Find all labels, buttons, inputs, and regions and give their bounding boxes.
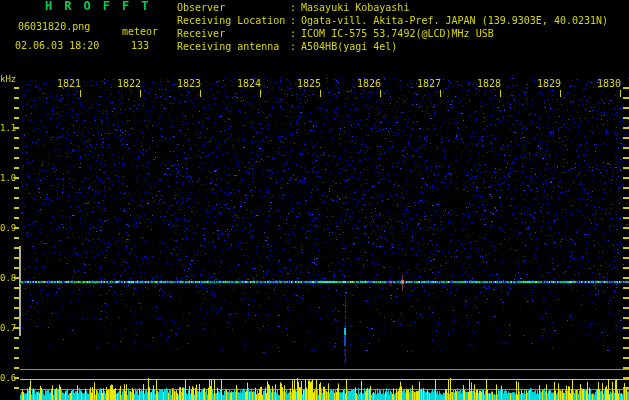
info-label: Receiving antenna — [177, 41, 290, 52]
info-value: Masayuki Kobayashi — [301, 2, 409, 13]
y-tick-label: 1.0 — [0, 173, 16, 183]
x-tick-label: 1824 — [221, 79, 261, 89]
echo-count: 133 — [131, 40, 149, 51]
info-row-location: Receiving Location:Ogata-vill. Akita-Pre… — [177, 15, 608, 26]
x-tick-label: 1826 — [341, 79, 381, 89]
y-axis-unit-label: kHz — [0, 74, 16, 84]
capture-filename: 06031820.png — [18, 21, 90, 32]
y-tick-label: 0.7 — [0, 323, 16, 333]
x-tick-label: 1828 — [461, 79, 501, 89]
y-tick-label: 0.8 — [0, 273, 16, 283]
info-row-receiver: Receiver:ICOM IC-575 53.7492(@LCD)MHz US… — [177, 28, 494, 39]
x-tick-label: 1821 — [41, 79, 81, 89]
info-label: Receiver — [177, 28, 290, 39]
info-value: A504HB(yagi 4el) — [301, 41, 397, 52]
info-label: Observer — [177, 2, 290, 13]
info-colon: : — [290, 28, 296, 39]
info-label: Receiving Location — [177, 15, 290, 26]
x-tick-label: 1825 — [281, 79, 321, 89]
info-colon: : — [290, 41, 296, 52]
x-tick-label: 1829 — [521, 79, 561, 89]
info-row-antenna: Receiving antenna:A504HB(yagi 4el) — [177, 41, 397, 52]
info-colon: : — [290, 2, 296, 13]
info-row-observer: Observer:Masayuki Kobayashi — [177, 2, 409, 13]
y-tick-label: 1.1 — [0, 123, 16, 133]
y-tick-label: 0.6 — [0, 373, 16, 383]
x-tick-label: 1822 — [101, 79, 141, 89]
info-colon: : — [290, 15, 296, 26]
spectrogram-canvas — [0, 0, 629, 400]
x-tick-label: 1827 — [401, 79, 441, 89]
y-tick-label: 0.9 — [0, 223, 16, 233]
x-tick-label: 1830 — [581, 79, 621, 89]
observation-mode: meteor — [122, 26, 158, 37]
x-tick-label: 1823 — [161, 79, 201, 89]
capture-datetime: 02.06.03 18:20 — [15, 40, 99, 51]
info-value: Ogata-vill. Akita-Pref. JAPAN (139.9303E… — [301, 15, 608, 26]
info-value: ICOM IC-575 53.7492(@LCD)MHz USB — [301, 28, 494, 39]
hrofft-output-image: H R O F F T 06031820.png meteor 02.06.03… — [0, 0, 629, 400]
app-title: H R O F F T — [45, 0, 151, 12]
